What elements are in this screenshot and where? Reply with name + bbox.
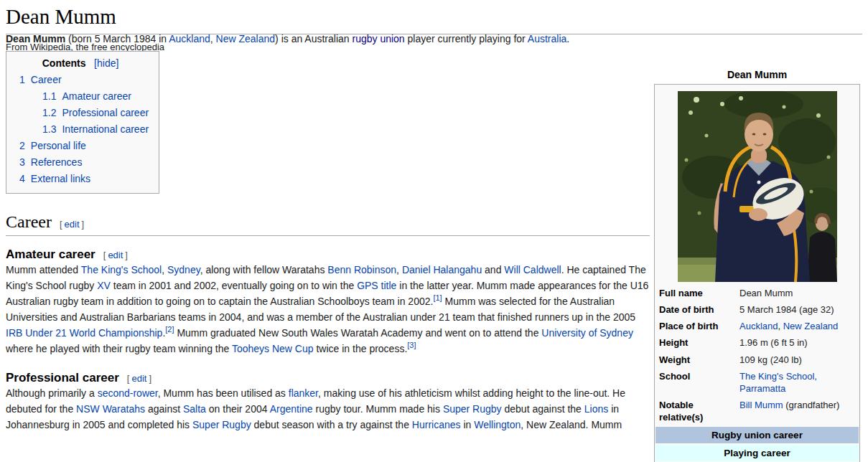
- infobox-row: Height1.96 m (6 ft 5 in): [655, 334, 859, 351]
- infobox-value: 1.96 m (6 ft 5 in): [739, 336, 855, 349]
- wiki-link[interactable]: The King's School: [81, 264, 162, 275]
- amateur-career-paragraph: Mumm attended The King's School, Sydney,…: [6, 262, 650, 357]
- wiki-link[interactable]: NSW Waratahs: [76, 403, 145, 415]
- reference-link[interactable]: [2]: [165, 325, 174, 334]
- infobox-label: Height: [659, 336, 739, 349]
- infobox-row: Date of birth5 March 1984 (age 32): [655, 301, 859, 318]
- professional-career-paragraph: Although primarily a second-rower, Mumm …: [6, 385, 650, 433]
- wiki-link[interactable]: Benn Robinson: [327, 264, 396, 275]
- toc-link[interactable]: 2Personal life: [19, 140, 86, 151]
- subsection-heading-professional: Professional career[edit]: [6, 371, 650, 385]
- wiki-link[interactable]: Salta: [183, 403, 206, 415]
- subsection-title: Professional career: [6, 371, 119, 385]
- infobox-label: Notable relative(s): [659, 399, 739, 423]
- wiki-link[interactable]: second-rower: [98, 387, 158, 399]
- infobox-label: Weight: [659, 354, 739, 366]
- wiki-link[interactable]: New Zealand: [783, 321, 839, 331]
- edit-section: [edit]: [57, 219, 86, 230]
- infobox-value: The King's School, Parramatta: [739, 370, 855, 395]
- wiki-link[interactable]: Australia: [528, 33, 566, 44]
- toc-item: 1.2Professional career: [42, 107, 149, 118]
- toc-link[interactable]: 1.1Amateur career: [42, 90, 131, 102]
- toc-item: 3References: [19, 156, 149, 168]
- wiki-link[interactable]: Wellington: [474, 419, 521, 430]
- toc-link[interactable]: 3References: [19, 156, 82, 168]
- wiki-link[interactable]: Sydney: [167, 264, 200, 275]
- wiki-link[interactable]: Auckland: [169, 33, 210, 44]
- toc-link[interactable]: 4External links: [19, 173, 90, 184]
- subsection-heading-amateur: Amateur career[edit]: [6, 248, 650, 262]
- toc-item: 1.1Amateur career: [42, 90, 149, 102]
- wiki-link[interactable]: Tooheys New Cup: [232, 343, 314, 354]
- infobox-section-header: Playing career: [655, 445, 859, 461]
- reference-link[interactable]: [1]: [433, 293, 442, 302]
- wiki-link[interactable]: Lions: [584, 403, 608, 415]
- toc-header: Contents [hide]: [12, 57, 149, 69]
- wiki-link[interactable]: XV: [97, 280, 111, 291]
- toc-link[interactable]: 1.2Professional career: [42, 107, 149, 118]
- toc-link[interactable]: 1Career: [19, 74, 62, 85]
- section-title: Career: [6, 212, 52, 231]
- reference-sup: [1]: [433, 293, 442, 302]
- edit-link[interactable]: edit: [131, 373, 146, 384]
- infobox-value: 109 kg (240 lb): [739, 354, 855, 366]
- edit-section: [edit]: [101, 250, 130, 260]
- intro-paragraph: Dean Mumm (born 5 March 1984 in Auckland…: [6, 31, 650, 47]
- infobox-value: 5 March 1984 (age 32): [739, 303, 855, 316]
- table-of-contents: Contents [hide] 1Career1.1Amateur career…: [6, 51, 159, 194]
- reference-sup: [3]: [407, 341, 416, 349]
- infobox: Full nameDean MummDate of birth5 March 1…: [654, 84, 860, 462]
- infobox-row: Notable relative(s)Bill Mumm (grandfathe…: [655, 397, 859, 425]
- toc-item: 2Personal life: [19, 140, 149, 151]
- infobox-value: Bill Mumm (grandfather): [739, 399, 855, 423]
- toc-list: 1Career1.1Amateur career1.2Professional …: [12, 74, 149, 184]
- edit-link[interactable]: edit: [65, 219, 80, 230]
- wiki-link[interactable]: Hurricanes: [412, 419, 461, 430]
- article-body: Dean Mumm (born 5 March 1984 in Auckland…: [6, 31, 650, 433]
- wiki-link[interactable]: Bill Mumm: [739, 400, 783, 410]
- infobox-label: Place of birth: [659, 320, 739, 332]
- edit-section: [edit]: [125, 373, 154, 384]
- infobox-row: Weight109 kg (240 lb): [655, 352, 859, 368]
- subsection-title: Amateur career: [6, 248, 95, 261]
- wiki-link[interactable]: Argentine: [270, 403, 313, 415]
- infobox-row: SchoolThe King's School, Parramatta: [655, 368, 859, 397]
- toc-item: 4External links: [19, 173, 149, 184]
- infobox-photo-link[interactable]: [678, 91, 837, 282]
- wiki-link[interactable]: The King's School, Parramatta: [739, 371, 817, 394]
- infobox-body: Full nameDean MummDate of birth5 March 1…: [655, 285, 859, 462]
- infobox-value: Dean Mumm: [739, 287, 855, 299]
- infobox-value: Auckland, New Zealand: [739, 320, 855, 332]
- wiki-link[interactable]: Super Rugby: [192, 419, 251, 430]
- wiki-link[interactable]: Will Caldwell: [504, 264, 561, 275]
- toc-title: Contents: [42, 57, 86, 69]
- infobox-row: Place of birthAuckland, New Zealand: [655, 318, 859, 334]
- infobox-label: Date of birth: [659, 303, 739, 316]
- toc-hide-button[interactable]: [hide]: [94, 57, 118, 69]
- edit-link[interactable]: edit: [108, 250, 123, 260]
- toc-link[interactable]: 1.3International career: [42, 123, 149, 135]
- wiki-link[interactable]: flanker: [289, 387, 318, 399]
- toc-item: 1.3International career: [42, 123, 149, 135]
- wikipedia-article-page: Dean Mumm From Wikipedia, the free encyc…: [0, 0, 868, 462]
- section-heading-career: Career[edit]: [6, 212, 650, 236]
- wiki-link[interactable]: New Zealand: [216, 33, 276, 44]
- wiki-link[interactable]: University of Sydney: [541, 327, 633, 339]
- infobox-section-header: Rugby union career: [655, 427, 859, 443]
- page-title: Dean Mumm: [6, 0, 862, 34]
- reference-sup: [2]: [165, 325, 174, 334]
- toc-item: 1Career: [19, 74, 149, 85]
- wiki-link[interactable]: Super Rugby: [443, 403, 502, 415]
- wiki-link[interactable]: GPS title: [357, 280, 396, 291]
- infobox-label: Full name: [659, 287, 739, 299]
- wiki-link[interactable]: rugby union: [352, 33, 404, 44]
- bold-text: Dean Mumm: [6, 33, 65, 44]
- player-photo: [678, 91, 837, 282]
- infobox-row: Full nameDean Mumm: [655, 285, 859, 301]
- wiki-link[interactable]: Daniel Halangahu: [402, 264, 482, 275]
- wiki-link[interactable]: IRB Under 21 World Championship: [6, 327, 162, 339]
- infobox-caption: Dean Mumm: [654, 69, 860, 80]
- reference-link[interactable]: [3]: [407, 341, 416, 349]
- infobox-label: School: [659, 370, 739, 395]
- wiki-link[interactable]: Auckland: [739, 321, 778, 331]
